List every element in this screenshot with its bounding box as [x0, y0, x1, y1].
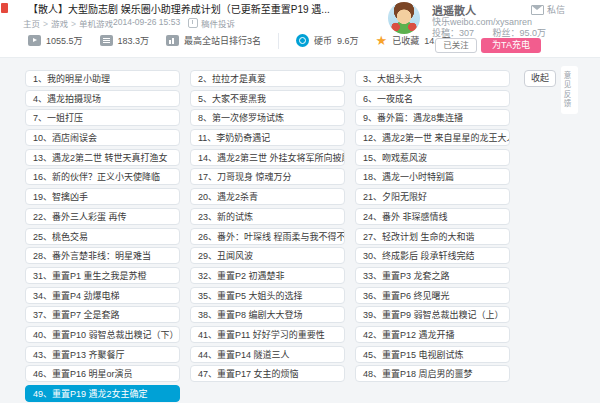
episode-item[interactable]: 13、遇龙2第二世 转世天真打渔女 [25, 149, 180, 166]
episode-item[interactable]: 9、番外篇：遇龙8集连播 [355, 109, 510, 126]
play-icon [28, 35, 41, 46]
episode-item[interactable]: 45、重置P15 电视剧试炼 [355, 346, 510, 363]
episode-item[interactable]: 28、番外言楚非线：明星难当 [25, 247, 180, 264]
episode-item[interactable]: 20、遇龙2杀青 [190, 188, 345, 205]
coin-icon [296, 34, 309, 47]
episode-item[interactable]: 11、李奶奶奇遇记 [190, 129, 345, 146]
episode-grid: 1、我的明星小助理2、拉拉才是真爱3、大姐头头大4、遇龙拍摄现场5、大家不要黑我… [25, 70, 510, 403]
coin-label: 硬币 [314, 34, 332, 47]
episode-item[interactable]: 49、重置P19 遇龙2女主确定 [25, 385, 180, 402]
private-message-link[interactable]: 私信 [531, 3, 565, 16]
danmaku-icon [100, 35, 113, 46]
charge-button[interactable]: 为TA充电 [481, 38, 541, 53]
play-count: 1055.5万 [46, 34, 83, 47]
feedback-tab[interactable]: 意见反馈 [561, 66, 578, 114]
episode-item[interactable]: 26、番外：叶琛线 程雨柔与我不得不说的故事 [190, 228, 345, 245]
episode-item[interactable]: 48、重置P18 周启男的噩梦 [355, 365, 510, 382]
episode-item[interactable]: 6、一夜成名 [355, 90, 510, 107]
breadcrumb-home[interactable]: 主页 [23, 19, 40, 29]
page-root: { "colors": { "accent": "#00a1d6", "char… [0, 0, 600, 403]
stat-danmaku: 183.3万 [100, 34, 150, 47]
stat-rank: 最高全站日排行3名 [166, 34, 261, 47]
episode-item[interactable]: 17、刀哥现身 惊魂万分 [190, 168, 345, 185]
episode-item[interactable]: 29、丑闻风波 [190, 247, 345, 264]
private-message-label: 私信 [547, 3, 565, 16]
fans-label: 粉丝： [493, 28, 520, 38]
episode-item[interactable]: 7、一姐打压 [25, 109, 180, 126]
fans-count: 95.0万 [520, 28, 547, 38]
uploads-label: 投稿： [432, 28, 459, 38]
breadcrumb-singleplayer[interactable]: 单机游戏 [79, 19, 113, 29]
stat-coins[interactable]: 硬币 9.6万 [296, 34, 359, 47]
episode-item[interactable]: 16、新的伙伴？正义小天使降临 [25, 168, 180, 185]
report-link[interactable]: 稿件投诉 [188, 17, 235, 29]
collapse-button[interactable]: 收起 [524, 70, 556, 87]
followed-button[interactable]: 已关注 [435, 38, 477, 53]
uploads-count: 307 [459, 28, 474, 38]
publish-date: 2014-09-26 15:53 [113, 17, 180, 27]
stat-plays: 1055.5万 [28, 34, 83, 47]
rank-icon [166, 35, 179, 46]
episode-item[interactable]: 33、重置P3 龙套之路 [355, 267, 510, 284]
episode-item[interactable]: 25、桃色交易 [25, 228, 180, 245]
coin-count: 9.6万 [337, 34, 359, 47]
episode-item[interactable]: 4、遇龙拍摄现场 [25, 90, 180, 107]
episode-item[interactable]: 46、重置P16 明星or演员 [25, 365, 180, 382]
episode-item[interactable]: 21、夕阳无限好 [355, 188, 510, 205]
episode-item[interactable]: 35、重置P5 大姐头的选择 [190, 287, 345, 304]
envelope-icon [531, 5, 544, 15]
episode-item[interactable]: 31、重置P1 重生之我是苏橙 [25, 267, 180, 284]
episode-item[interactable]: 12、遇龙2第一世 来自星星的龙王大人 [355, 129, 510, 146]
star-icon: ★ [376, 34, 388, 47]
episode-item[interactable]: 44、重置P14 隧道三人 [190, 346, 345, 363]
episode-item[interactable]: 47、重置P17 女主的烦恼 [190, 365, 345, 382]
favorite-label: 已收藏 [392, 34, 419, 47]
episode-item[interactable]: 24、番外 非琛感情线 [355, 208, 510, 225]
stats-divider [278, 33, 279, 49]
episode-item[interactable]: 30、终成影后 段承轩线完结 [355, 247, 510, 264]
episode-item[interactable]: 8、第一次修罗场试炼 [190, 109, 345, 126]
breadcrumb: 主页>游戏>单机游戏 [23, 17, 113, 29]
video-title: 【散人】大型励志剧 娱乐圈小助理养成计划（已更新至重置P19 遇... [28, 1, 330, 16]
episode-item[interactable]: 1、我的明星小助理 [25, 70, 180, 87]
episode-item[interactable]: 38、重置P8 编剧大大登场 [190, 306, 345, 323]
episode-item[interactable]: 39、重置P9 弱智总裁出糗记（上） [355, 306, 510, 323]
episode-item[interactable]: 5、大家不要黑我 [190, 90, 345, 107]
episode-item[interactable]: 15、吻戏惹风波 [355, 149, 510, 166]
danmaku-count: 183.3万 [118, 34, 150, 47]
breadcrumb-separator: > [43, 19, 48, 29]
episode-item[interactable]: 14、遇龙2第三世 外挂女将军所向披靡 [190, 149, 345, 166]
episode-item[interactable]: 41、重置P11 好好学习的重要性 [190, 326, 345, 343]
rank-text: 最高全站日排行3名 [184, 34, 261, 47]
episode-item[interactable]: 36、重置P6 终见曙光 [355, 287, 510, 304]
breadcrumb-separator: > [71, 19, 76, 29]
episode-item[interactable]: 32、重置P2 初遇楚非 [190, 267, 345, 284]
episode-item[interactable]: 34、重置P4 劲爆电梯 [25, 287, 180, 304]
episode-item[interactable]: 23、新的试炼 [190, 208, 345, 225]
pinned-tag-icon [1, 3, 8, 13]
episode-item[interactable]: 10、酒店闹误会 [25, 129, 180, 146]
episode-item[interactable]: 37、重置P7 全是套路 [25, 306, 180, 323]
episode-item[interactable]: 18、遇龙一小时特别篇 [355, 168, 510, 185]
episode-item[interactable]: 19、智擒凶手 [25, 188, 180, 205]
breadcrumb-games[interactable]: 游戏 [51, 19, 68, 29]
episode-item[interactable]: 3、大姐头头大 [355, 70, 510, 87]
episode-item[interactable]: 2、拉拉才是真爱 [190, 70, 345, 87]
report-label: 稿件投诉 [201, 17, 235, 29]
episode-item[interactable]: 43、重置P13 齐聚餐厅 [25, 346, 180, 363]
episode-item[interactable]: 42、重置P12 遇龙开播 [355, 326, 510, 343]
episode-item[interactable]: 27、轻改计划 生命的大和谐 [355, 228, 510, 245]
report-icon [188, 18, 198, 28]
uploader-avatar[interactable] [388, 2, 420, 34]
episode-item[interactable]: 22、番外三人彩蛋 再传 [25, 208, 180, 225]
episode-item[interactable]: 40、重置P10 弱智总裁出糗记（下） [25, 326, 180, 343]
stats-row: 1055.5万 183.3万 最高全站日排行3名 硬币 9.6万 ★ 已收藏 1… [28, 33, 468, 48]
